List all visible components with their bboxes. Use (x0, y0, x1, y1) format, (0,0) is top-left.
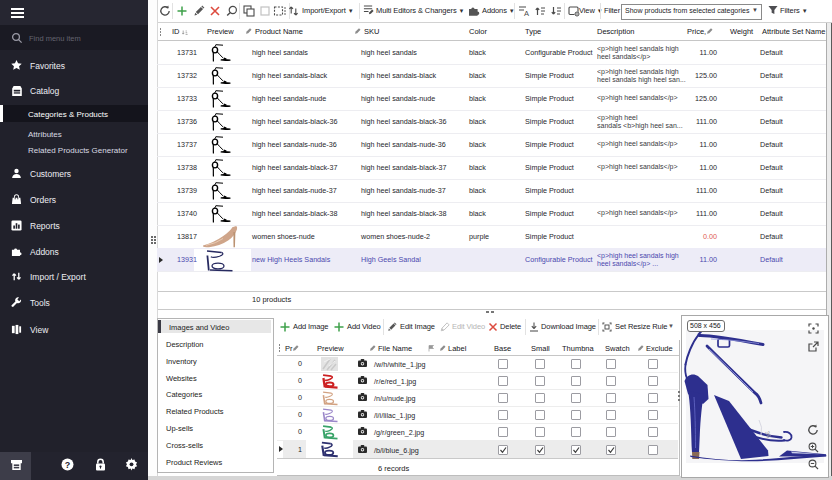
svg-text:?: ? (65, 460, 71, 470)
svg-text:A: A (524, 9, 529, 17)
svg-text:36: 36 (764, 430, 772, 439)
